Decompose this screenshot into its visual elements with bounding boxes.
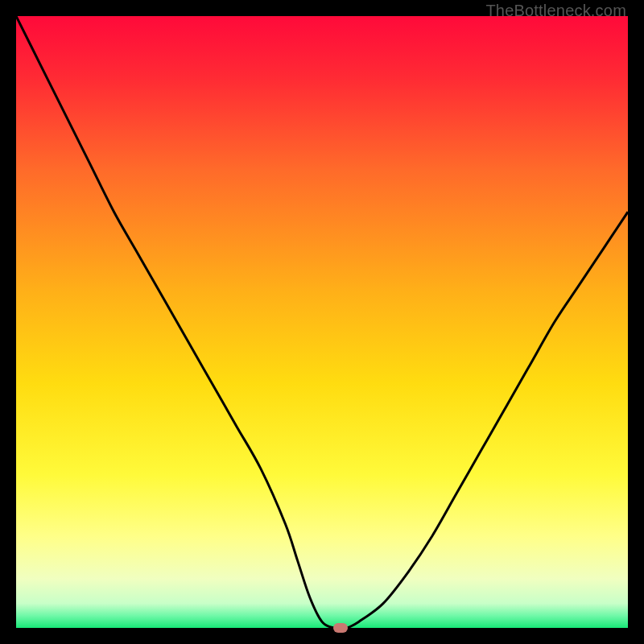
- watermark-text: TheBottleneck.com: [485, 2, 626, 20]
- bottleneck-curve: [16, 16, 628, 628]
- optimal-point-marker: [333, 623, 348, 633]
